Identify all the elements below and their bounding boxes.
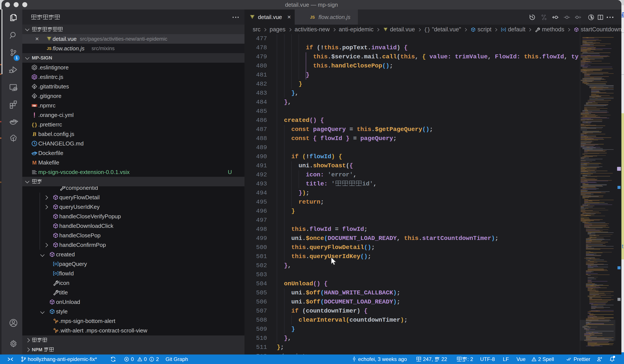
svg-text:JS: JS: [47, 47, 52, 51]
svg-text:B: B: [32, 131, 36, 137]
svg-text:M: M: [32, 160, 37, 166]
svg-text:{}: {}: [32, 122, 37, 128]
